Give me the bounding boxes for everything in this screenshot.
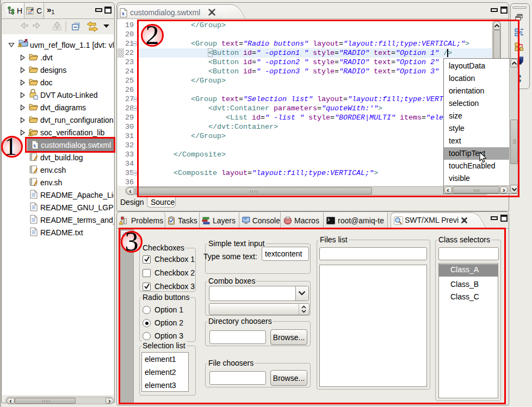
svg-text:x: x [121,10,125,16]
